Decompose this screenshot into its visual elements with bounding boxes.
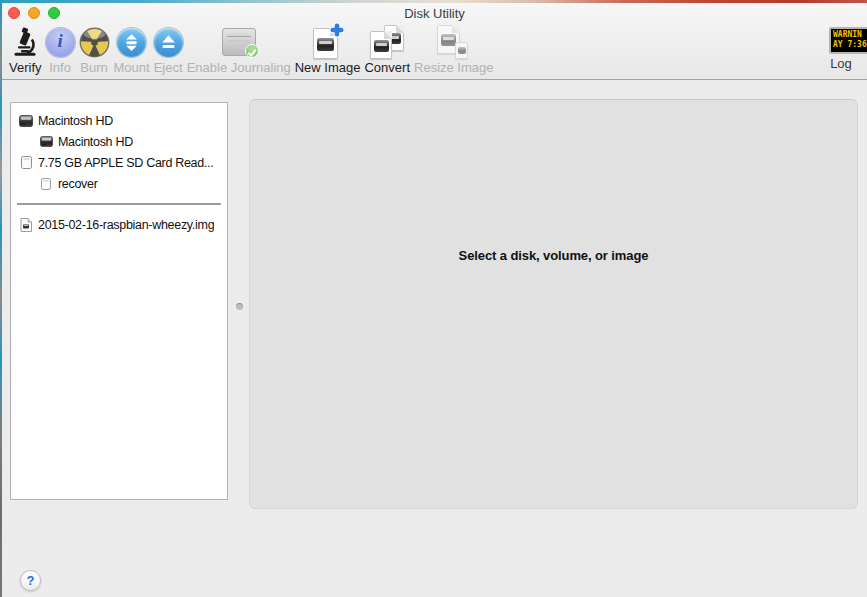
toolbar-button-resize-image[interactable]: Resize Image: [414, 24, 493, 75]
toolbar-label: Resize Image: [414, 60, 493, 75]
sidebar-item-label: recover: [58, 177, 98, 191]
log-led-icon: WARNIN AY 7:36: [829, 27, 867, 54]
close-button[interactable]: [8, 7, 20, 19]
toolbar-label: Log: [830, 56, 852, 71]
volume-icon: [38, 178, 54, 190]
zoom-button[interactable]: [48, 7, 60, 19]
internal-drive-icon: [18, 115, 34, 127]
mount-icon: [117, 24, 146, 60]
sidebar-item-sd-card[interactable]: 7.75 GB APPLE SD Card Read...: [11, 152, 227, 173]
toolbar-label: Convert: [364, 60, 410, 75]
journaling-icon: [222, 24, 256, 60]
toolbar-button-burn[interactable]: Burn: [79, 24, 110, 75]
sidebar-item-label: Macintosh HD: [58, 135, 133, 149]
minimize-button[interactable]: [28, 7, 40, 19]
toolbar-button-convert[interactable]: Convert: [364, 24, 410, 75]
device-list: Macintosh HD Macintosh HD: [10, 102, 228, 500]
sidebar-item-macintosh-hd-volume[interactable]: Macintosh HD: [11, 131, 227, 152]
window-header: Disk Utility: [2, 3, 867, 80]
sidebar-item-recover[interactable]: recover: [11, 173, 227, 194]
toolbar-button-mount[interactable]: Mount: [114, 24, 150, 75]
empty-state-message: Select a disk, volume, or image: [250, 248, 857, 263]
new-image-icon: [313, 24, 343, 60]
sidebar-item-raspbian-image[interactable]: 2015-02-16-raspbian-wheezy.img: [11, 214, 227, 235]
microscope-icon: [10, 24, 40, 60]
help-button[interactable]: ?: [20, 570, 41, 591]
sidebar-item-label: Macintosh HD: [38, 114, 113, 128]
splitter-handle[interactable]: [236, 303, 243, 310]
main-panel: Select a disk, volume, or image: [249, 99, 858, 509]
convert-icon: [370, 24, 404, 60]
disk-utility-window: Disk Utility: [0, 0, 867, 597]
toolbar-button-info[interactable]: i Info: [46, 24, 75, 75]
toolbar: Verify i Info: [2, 24, 867, 80]
eject-icon: [154, 24, 183, 60]
window: Disk Utility: [2, 3, 867, 597]
sidebar-item-label: 2015-02-16-raspbian-wheezy.img: [38, 218, 214, 232]
sd-card-icon: [18, 156, 34, 169]
toolbar-label: Enable Journaling: [187, 60, 291, 75]
toolbar-button-enable-journaling[interactable]: Enable Journaling: [187, 24, 291, 75]
window-title: Disk Utility: [2, 3, 867, 24]
toolbar-label: New Image: [295, 60, 361, 75]
disk-image-icon: [18, 218, 34, 232]
window-content: Macintosh HD Macintosh HD: [2, 81, 867, 597]
traffic-lights: [8, 7, 60, 19]
titlebar: Disk Utility: [2, 3, 867, 24]
toolbar-button-eject[interactable]: Eject: [154, 24, 183, 75]
burn-icon: [79, 24, 110, 60]
sidebar-separator: [17, 203, 221, 205]
plus-badge-icon: [329, 22, 345, 38]
toolbar-button-new-image[interactable]: New Image: [295, 24, 361, 75]
sidebar-item-macintosh-hd-disk[interactable]: Macintosh HD: [11, 110, 227, 131]
toolbar-label: Verify: [9, 60, 42, 75]
toolbar-label: Eject: [154, 60, 183, 75]
internal-drive-icon: [38, 136, 54, 147]
info-icon: i: [46, 24, 75, 60]
help-label: ?: [27, 573, 35, 588]
sidebar-item-label: 7.75 GB APPLE SD Card Read...: [38, 156, 213, 170]
checkmark-badge-icon: [245, 44, 259, 58]
toolbar-label: Mount: [114, 60, 150, 75]
toolbar-button-log[interactable]: WARNIN AY 7:36 Log: [829, 27, 867, 71]
resize-image-icon: [437, 24, 471, 60]
toolbar-label: Info: [49, 60, 71, 75]
toolbar-button-verify[interactable]: Verify: [9, 24, 42, 75]
toolbar-label: Burn: [80, 60, 107, 75]
